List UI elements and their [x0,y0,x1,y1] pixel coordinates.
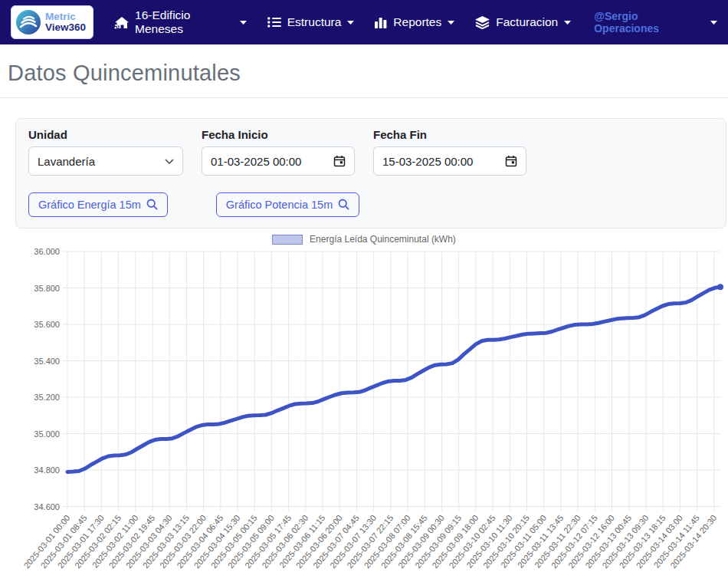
fecha-fin-input[interactable]: 15-03-2025 00:00 [373,146,526,176]
legend-label: Energía Leída Quinceminutal (kWh) [310,234,456,245]
fecha-inicio-field: Fecha Inicio 01-03-2025 00:00 [202,128,355,176]
fecha-fin-field: Fecha Fin 15-03-2025 00:00 [373,128,526,176]
unidad-value: Lavandería [38,155,95,168]
chart-end-point [717,284,723,290]
nav-item-facturacion[interactable]: Facturacion [475,15,571,29]
y-axis-label: 35.400 [34,357,60,366]
chevron-down-icon [240,21,247,25]
user-menu-label: @Sergio Operaciones [594,10,698,35]
energy-line-chart: 36.00035.80035.60035.40035.20035.00034.8… [0,245,728,580]
bar-chart-icon [375,17,387,28]
nav-item-reportes[interactable]: Reportes [375,15,454,29]
brand-text-view360: View360 [45,22,86,33]
grafico-potencia-button[interactable]: Gráfico Potencia 15m [216,192,359,217]
house-signal-icon [114,16,129,29]
nav-item-label: 16-Edificio Meneses [135,8,234,36]
y-axis-label: 35.000 [34,429,60,439]
chevron-down-icon [564,21,571,25]
brand-logo[interactable]: Metric View360 [11,5,93,39]
y-axis-label: 35.200 [34,393,60,402]
grafico-energia-button[interactable]: Gráfico Energía 15m [28,192,168,217]
chart-legend[interactable]: Energía Leída Quinceminutal (kWh) [0,230,728,245]
fecha-inicio-label: Fecha Inicio [202,128,355,141]
nav-item-label: Estructura [287,15,342,29]
brand-wave-icon [15,8,42,36]
brand-text-metric: Metric [45,12,86,22]
search-icon [146,199,158,210]
calendar-icon[interactable] [333,155,346,167]
nav-item-label: Reportes [393,15,441,29]
filter-panel: Unidad Lavandería Fecha Inicio 01-03-202… [15,118,726,229]
legend-swatch [272,235,303,245]
grafico-energia-label: Gráfico Energía 15m [38,199,141,211]
y-axis-label: 35.600 [34,320,60,329]
top-navbar: Metric View360 16-Edificio Meneses Estru… [0,0,728,44]
select-chevron-icon [165,159,174,164]
unidad-label: Unidad [28,128,183,141]
chevron-down-icon [448,21,454,25]
y-axis-label: 34.800 [34,465,60,475]
layers-icon [475,16,490,29]
chevron-down-icon [347,21,354,25]
nav-item-edificio[interactable]: 16-Edificio Meneses [114,8,247,36]
y-axis-label: 36.000 [34,247,60,256]
fecha-fin-label: Fecha Fin [373,128,526,141]
y-axis-label: 35.800 [34,284,60,293]
unidad-field: Unidad Lavandería [28,128,183,176]
y-axis-label: 34.600 [34,502,60,511]
calendar-icon[interactable] [505,155,517,167]
unidad-select[interactable]: Lavandería [28,146,183,176]
fecha-inicio-value: 01-03-2025 00:00 [211,155,301,168]
nav-item-label: Facturacion [496,15,558,29]
chevron-down-icon [710,21,717,25]
page-title: Datos Quinceminutales [8,61,728,86]
nav-item-estructura[interactable]: Estructura [267,15,355,29]
fecha-inicio-input[interactable]: 01-03-2025 00:00 [202,146,355,176]
grafico-potencia-label: Gráfico Potencia 15m [226,199,333,211]
fecha-fin-value: 15-03-2025 00:00 [382,155,473,168]
title-divider [0,97,728,98]
search-icon [338,199,349,210]
list-icon [267,17,281,28]
chart-line [67,287,720,472]
chart-section: Energía Leída Quinceminutal (kWh) 36.000… [0,230,728,580]
user-menu[interactable]: @Sergio Operaciones [594,10,717,35]
